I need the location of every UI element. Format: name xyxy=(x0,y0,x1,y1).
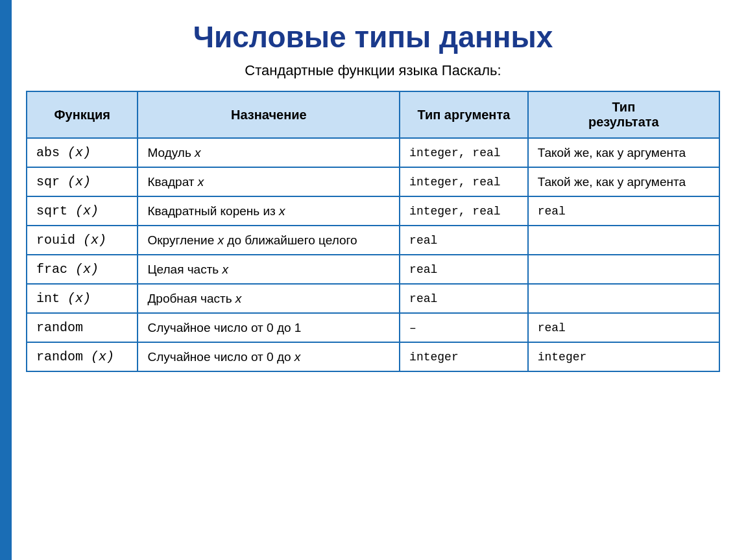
table-row: int (x)Дробная часть xreal xyxy=(27,284,719,313)
table-row: random (x)Случайное число от 0 до xinteg… xyxy=(27,342,719,371)
desc-cell: Округление x до ближайшего целого xyxy=(138,226,400,255)
result-type-cell: Такой же, как у аргумента xyxy=(528,167,719,196)
func-cell: frac (x) xyxy=(27,255,138,284)
func-cell: random xyxy=(27,313,138,342)
result-type-cell: integer xyxy=(528,342,719,371)
func-cell: abs (x) xyxy=(27,138,138,167)
table-row: sqrt (x)Квадратный корень из xinteger, r… xyxy=(27,196,719,226)
func-cell: sqr (x) xyxy=(27,167,138,196)
result-type-cell: real xyxy=(528,313,719,342)
header-result-type: Типрезультата xyxy=(528,91,719,138)
header-func: Функция xyxy=(27,91,138,138)
func-cell: sqrt (x) xyxy=(27,196,138,226)
desc-cell: Дробная часть x xyxy=(138,284,400,313)
desc-cell: Случайное число от 0 до 1 xyxy=(138,313,400,342)
table-row: frac (x)Целая часть xreal xyxy=(27,255,719,284)
arg-type-cell: real xyxy=(400,255,528,284)
desc-cell: Модуль x xyxy=(138,138,400,167)
table-row: randomСлучайное число от 0 до 1–real xyxy=(27,313,719,342)
func-cell: int (x) xyxy=(27,284,138,313)
arg-type-cell: real xyxy=(400,226,528,255)
func-cell: rouid (x) xyxy=(27,226,138,255)
desc-cell: Квадратный корень из x xyxy=(138,196,400,226)
table-row: sqr (x)Квадрат xinteger, realТакой же, к… xyxy=(27,167,719,196)
result-type-cell: real xyxy=(528,196,719,226)
page-title: Числовые типы данных xyxy=(26,19,720,54)
left-accent-bar xyxy=(0,0,12,560)
arg-type-cell: integer, real xyxy=(400,167,528,196)
result-type-cell xyxy=(528,226,719,255)
result-type-cell xyxy=(528,255,719,284)
subtitle: Стандартные функции языка Паскаль: xyxy=(26,62,720,79)
result-type-cell xyxy=(528,284,719,313)
arg-type-cell: integer, real xyxy=(400,138,528,167)
desc-cell: Случайное число от 0 до x xyxy=(138,342,400,371)
table-row: rouid (x)Округление x до ближайшего цело… xyxy=(27,226,719,255)
arg-type-cell: real xyxy=(400,284,528,313)
func-cell: random (x) xyxy=(27,342,138,371)
arg-type-cell: integer, real xyxy=(400,196,528,226)
desc-cell: Квадрат x xyxy=(138,167,400,196)
desc-cell: Целая часть x xyxy=(138,255,400,284)
functions-table: Функция Назначение Тип аргумента Типрезу… xyxy=(26,91,720,372)
arg-type-cell: integer xyxy=(400,342,528,371)
main-content: Числовые типы данных Стандартные функции… xyxy=(26,19,720,372)
table-row: abs (x)Модуль xinteger, realТакой же, ка… xyxy=(27,138,719,167)
result-type-cell: Такой же, как у аргумента xyxy=(528,138,719,167)
header-arg-type: Тип аргумента xyxy=(400,91,528,138)
header-desc: Назначение xyxy=(138,91,400,138)
arg-type-cell: – xyxy=(400,313,528,342)
table-header-row: Функция Назначение Тип аргумента Типрезу… xyxy=(27,91,719,138)
